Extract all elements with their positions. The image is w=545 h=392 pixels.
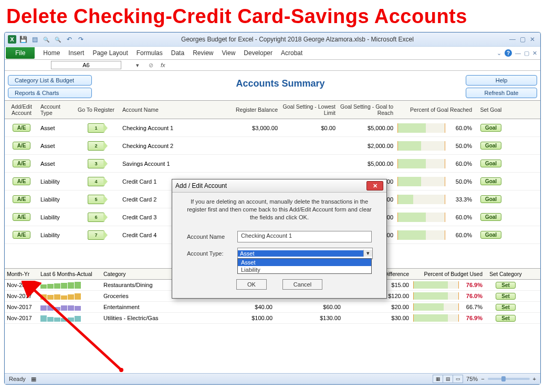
tab-developer[interactable]: Developer	[244, 49, 272, 57]
month-yr-cell: Nov-2017	[5, 282, 38, 288]
go-to-register-button[interactable]: 7	[88, 230, 104, 240]
redo-icon[interactable]: ↷	[76, 35, 86, 44]
add-edit-button[interactable]: A/E	[13, 213, 31, 221]
tab-review[interactable]: Review	[193, 49, 213, 57]
reports-charts-button[interactable]: Reports & Charts	[8, 88, 92, 98]
account-type-select[interactable]: Asset ▾	[237, 248, 373, 259]
add-edit-button[interactable]: A/E	[13, 124, 31, 132]
ribbon-restore-icon[interactable]: ▢	[524, 50, 529, 57]
macro-icon[interactable]: ▦	[31, 376, 36, 383]
tab-insert[interactable]: Insert	[68, 49, 84, 57]
name-box[interactable]: A6	[51, 61, 121, 69]
minimize-icon[interactable]: —	[509, 36, 516, 43]
category-list-button[interactable]: Category List & Budget	[8, 75, 92, 86]
find-icon[interactable]: 🔍	[41, 35, 51, 44]
col-add-edit: Add/Edit Account	[5, 103, 38, 116]
account-type-cell: Asset	[38, 161, 72, 167]
month-yr-cell: Nov-2017	[5, 293, 38, 299]
col-go-register: Go To Register	[72, 107, 120, 113]
fx-icon[interactable]: fx	[161, 62, 165, 68]
go-to-register-button[interactable]: 5	[88, 195, 104, 204]
status-bar: Ready ▦ ▦ ▤ ▭ 75% − +	[5, 373, 540, 384]
dialog-title: Add / Edit Account	[175, 182, 227, 189]
add-edit-button[interactable]: A/E	[13, 177, 31, 185]
goal-to-reach-cell: $5,000.00	[338, 161, 395, 167]
pct-goal-cell: 33.3%	[397, 195, 472, 204]
tab-data[interactable]: Data	[171, 49, 184, 57]
undo-icon[interactable]: ↶	[65, 35, 74, 44]
set-goal-button[interactable]: Goal	[480, 142, 501, 150]
excel-icon: X	[8, 35, 16, 44]
account-name-cell: Checking Account 2	[120, 143, 206, 149]
window-titlebar: X 💾 ▤ 🔍 🔍 ↶ ↷ Georges Budget for Excel -…	[5, 33, 540, 47]
go-to-register-button[interactable]: 1	[88, 123, 104, 133]
set-goal-button[interactable]: Goal	[480, 213, 501, 221]
maximize-icon[interactable]: ▢	[520, 36, 526, 43]
account-row: A/EAsset2Checking Account 2$2,000.0050.0…	[5, 137, 540, 155]
go-to-register-button[interactable]: 2	[88, 141, 104, 151]
set-category-button[interactable]: Set	[496, 315, 516, 322]
option-liability[interactable]: Liability	[238, 266, 371, 273]
cancel-formula-icon[interactable]: ⊘	[149, 62, 153, 69]
account-type-cell: Liability	[38, 178, 72, 185]
col-goal-reach: Goal Setting - Goal to Reach	[338, 103, 395, 116]
view-normal-icon[interactable]: ▦	[433, 375, 443, 383]
zoom-out-icon[interactable]: −	[481, 376, 484, 382]
actual-cell: $40.00	[206, 304, 275, 310]
add-edit-button[interactable]: A/E	[13, 160, 31, 167]
account-name-cell: Checking Account 1	[120, 125, 206, 131]
pct-budget-cell: 76.0%	[413, 292, 483, 300]
tab-acrobat[interactable]: Acrobat	[281, 49, 302, 57]
view-break-icon[interactable]: ▭	[453, 375, 463, 383]
go-to-register-button[interactable]: 3	[88, 159, 104, 168]
save-icon[interactable]: 💾	[18, 35, 28, 44]
go-to-register-button[interactable]: 4	[88, 177, 104, 186]
zoom-slider[interactable]	[488, 378, 530, 380]
account-name-cell: Savings Account 1	[120, 161, 206, 167]
ok-button[interactable]: OK	[236, 279, 267, 290]
cancel-button[interactable]: Cancel	[282, 279, 322, 290]
chevron-down-icon[interactable]: ▾	[363, 250, 372, 257]
ribbon-close-icon[interactable]: ✕	[532, 50, 537, 57]
set-category-button[interactable]: Set	[496, 304, 516, 311]
set-goal-button[interactable]: Goal	[480, 124, 501, 132]
set-goal-button[interactable]: Goal	[480, 231, 501, 239]
tab-formulas[interactable]: Formulas	[137, 49, 163, 57]
sparkline-chart	[40, 314, 99, 322]
pct-goal-cell: 60.0%	[397, 159, 472, 168]
set-category-button[interactable]: Set	[496, 293, 516, 300]
close-window-icon[interactable]: ✕	[530, 36, 535, 43]
go-to-register-button[interactable]: 6	[88, 213, 104, 222]
ribbon-min-icon[interactable]: —	[515, 50, 521, 56]
zoom-in-icon[interactable]: +	[533, 376, 536, 382]
add-edit-button[interactable]: A/E	[13, 142, 31, 150]
namebox-dropdown-icon[interactable]: ▾	[136, 62, 139, 69]
set-goal-button[interactable]: Goal	[480, 160, 501, 167]
view-layout-icon[interactable]: ▤	[443, 375, 453, 383]
dialog-close-icon[interactable]: ✕	[366, 181, 383, 190]
ribbon-collapse-icon[interactable]: ⌄	[497, 50, 501, 57]
tab-view[interactable]: View	[222, 49, 236, 57]
refresh-date-button[interactable]: Refresh Date	[466, 88, 537, 98]
account-name-input[interactable]: Checking Account 1	[237, 231, 372, 242]
option-asset[interactable]: Asset	[238, 259, 371, 266]
account-type-cell: Asset	[38, 125, 72, 131]
add-edit-button[interactable]: A/E	[13, 231, 31, 239]
qat-icon[interactable]: ▤	[30, 35, 39, 44]
zoom-level[interactable]: 75%	[466, 376, 478, 382]
find-all-icon[interactable]: 🔍	[53, 35, 62, 44]
account-row: A/EAsset1Checking Account 1$3,000.00$0.0…	[5, 119, 540, 137]
set-goal-button[interactable]: Goal	[480, 195, 501, 203]
set-goal-button[interactable]: Goal	[480, 177, 501, 185]
help-icon[interactable]: ?	[505, 49, 512, 57]
account-name-label: Account Name	[187, 234, 237, 240]
set-category-button[interactable]: Set	[496, 282, 516, 289]
help-button[interactable]: Help	[466, 75, 537, 86]
col-pct-budget: Percent of Budget Used	[411, 271, 485, 277]
add-edit-button[interactable]: A/E	[13, 195, 31, 203]
file-tab[interactable]: File	[6, 47, 35, 59]
pct-goal-cell: 50.0%	[397, 141, 472, 151]
tab-home[interactable]: Home	[43, 49, 60, 57]
tab-page-layout[interactable]: Page Layout	[92, 49, 128, 57]
add-edit-account-dialog: Add / Edit Account ✕ If you are deleting…	[172, 179, 387, 299]
